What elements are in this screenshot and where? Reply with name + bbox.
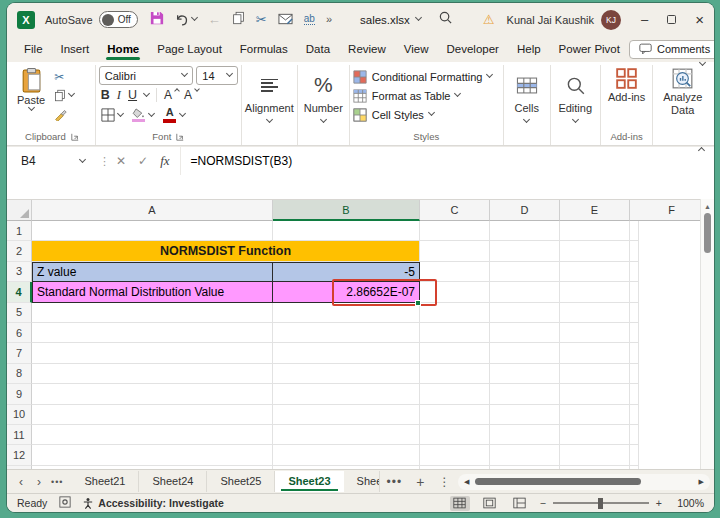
sheet-tab-sheet25[interactable]: Sheet25 (207, 471, 275, 492)
macro-record-icon[interactable] (59, 496, 71, 510)
underline-dropdown-icon[interactable] (143, 89, 150, 96)
cell[interactable] (560, 343, 630, 363)
undo-dropdown-icon[interactable] (191, 14, 198, 21)
cell[interactable] (560, 262, 630, 282)
cell[interactable] (32, 425, 273, 445)
insert-function-icon[interactable]: fx (160, 153, 169, 169)
cell[interactable] (273, 323, 420, 343)
cell[interactable] (420, 323, 490, 343)
cell[interactable] (32, 364, 273, 384)
zoom-in-icon[interactable]: + (656, 497, 662, 509)
cell[interactable] (420, 241, 490, 261)
cell[interactable] (32, 384, 273, 404)
save-icon[interactable] (150, 11, 164, 29)
cell[interactable] (273, 466, 420, 469)
editing-button[interactable]: Editing (554, 66, 597, 126)
tab-developer[interactable]: Developer (438, 38, 508, 61)
qat-overflow-button[interactable]: » (326, 14, 332, 25)
cell[interactable] (490, 221, 560, 241)
row-header[interactable]: 11 (7, 425, 32, 445)
cell[interactable] (490, 466, 560, 469)
borders-dropdown-icon[interactable] (117, 109, 124, 116)
maximize-button[interactable] (667, 15, 676, 24)
sheet-overflow-icon[interactable]: ••• (387, 475, 403, 489)
scroll-up-icon[interactable]: ▲ (704, 199, 711, 213)
select-all-button[interactable] (7, 200, 32, 221)
number-button[interactable]: % Number (301, 66, 346, 126)
confirm-entry-icon[interactable]: ✓ (138, 154, 148, 168)
italic-button[interactable]: I (117, 88, 121, 103)
cell-styles-button[interactable]: Cell Styles (353, 105, 500, 124)
row-header[interactable]: 2 (7, 241, 32, 261)
cell[interactable] (630, 262, 639, 282)
cell[interactable] (630, 241, 639, 261)
cell[interactable] (560, 445, 630, 465)
paste-button[interactable]: Paste (12, 66, 50, 122)
cell[interactable] (560, 241, 630, 261)
font-color-dropdown-icon[interactable] (179, 109, 186, 116)
cell[interactable] (420, 445, 490, 465)
tab-formulas[interactable]: Formulas (231, 38, 297, 61)
cell-result-value-b4-active[interactable]: 2.86652E-07 (273, 282, 420, 302)
row-header-active[interactable]: 4 (7, 282, 32, 302)
cell[interactable] (490, 303, 560, 323)
row-header[interactable]: 6 (7, 323, 32, 343)
name-box[interactable]: B4 (15, 154, 93, 168)
cell[interactable] (273, 343, 420, 363)
analyze-data-button[interactable]: Analyze Data (656, 66, 709, 119)
tab-data[interactable]: Data (297, 38, 339, 61)
sheet-prev-icon[interactable]: ‹ (19, 475, 23, 489)
cell[interactable] (490, 241, 560, 261)
cell[interactable] (630, 221, 639, 241)
email-icon[interactable] (278, 11, 293, 29)
copy-dropdown-icon[interactable] (68, 90, 75, 97)
cell[interactable] (490, 384, 560, 404)
cell[interactable] (420, 303, 490, 323)
row-header[interactable]: 10 (7, 405, 32, 425)
cell[interactable] (560, 384, 630, 404)
tab-file[interactable]: File (15, 38, 52, 61)
cell-title-a2[interactable]: NORMSDIST Function (32, 241, 420, 261)
page-break-view-button[interactable] (510, 496, 530, 511)
cell[interactable] (273, 425, 420, 445)
sheet-tab-clipped[interactable]: Shee (344, 471, 380, 492)
cell[interactable] (32, 445, 273, 465)
copy-button[interactable] (54, 88, 74, 103)
cell[interactable] (490, 323, 560, 343)
font-size-select[interactable]: 14 (196, 66, 237, 85)
cell[interactable] (560, 221, 630, 241)
cell[interactable] (32, 343, 273, 363)
cell[interactable] (32, 466, 273, 469)
cell[interactable] (560, 425, 630, 445)
font-dialog-launcher-icon[interactable] (176, 133, 184, 141)
bold-button[interactable]: B (101, 88, 110, 102)
new-sheet-icon[interactable]: + (416, 474, 424, 490)
cell[interactable] (420, 425, 490, 445)
minimize-button[interactable]: – (641, 12, 648, 27)
cell[interactable] (420, 466, 490, 469)
underline-button[interactable]: U (128, 88, 137, 102)
cell-result-label-a4[interactable]: Standard Normal Distribution Value (32, 282, 273, 302)
cell[interactable] (490, 343, 560, 363)
drag-handle-icon[interactable]: ⋮ (99, 155, 110, 168)
row-header[interactable]: 8 (7, 364, 32, 384)
cell[interactable] (273, 384, 420, 404)
cell[interactable] (420, 384, 490, 404)
cell[interactable] (630, 364, 639, 384)
cell[interactable] (32, 323, 273, 343)
excel-logo-icon[interactable]: X (17, 11, 35, 29)
clipboard-dialog-launcher-icon[interactable] (71, 133, 79, 141)
cell[interactable] (273, 405, 420, 425)
cell[interactable] (630, 303, 639, 323)
zoom-track[interactable] (553, 502, 649, 504)
close-button[interactable]: × (695, 11, 704, 28)
page-layout-view-button[interactable] (480, 496, 500, 511)
tab-help[interactable]: Help (508, 38, 550, 61)
account-button[interactable]: Kunal Jai Kaushik KJ (507, 10, 621, 30)
cell[interactable] (490, 445, 560, 465)
sheet-tab-sheet21[interactable]: Sheet21 (71, 471, 139, 492)
cell-z-label-a3[interactable]: Z value (32, 262, 273, 282)
column-header-b[interactable]: B (273, 200, 420, 221)
sheet-tab-sheet24[interactable]: Sheet24 (139, 471, 207, 492)
cell[interactable] (420, 405, 490, 425)
